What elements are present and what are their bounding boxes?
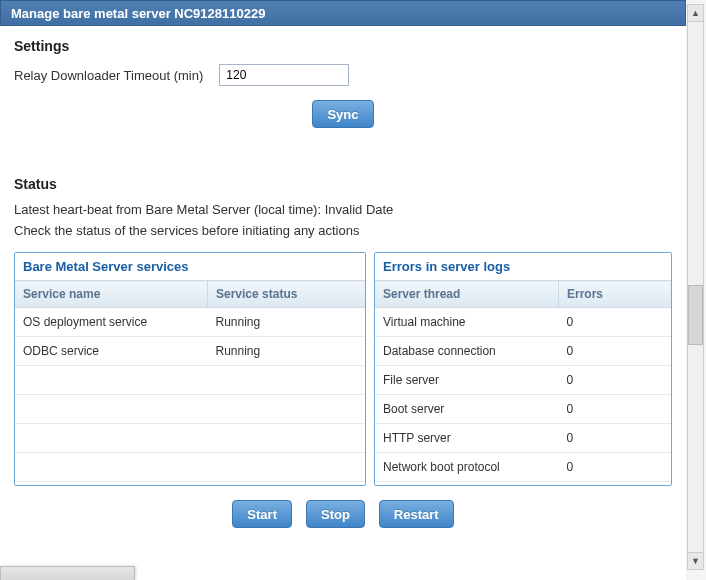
- stop-button[interactable]: Stop: [306, 500, 365, 528]
- table-row: OS deployment service Running: [15, 308, 365, 337]
- status-hint: Check the status of the services before …: [14, 223, 672, 238]
- services-col-name: Service name: [15, 281, 208, 308]
- dialog-body: Settings Relay Downloader Timeout (min) …: [0, 26, 686, 538]
- error-thread: File server: [375, 366, 559, 395]
- error-count: 0: [559, 424, 671, 453]
- error-thread: Boot server: [375, 395, 559, 424]
- service-name: ODBC service: [15, 337, 208, 366]
- table-row: HTTP server 0: [375, 424, 671, 453]
- service-name: OS deployment service: [15, 308, 208, 337]
- minimized-tab[interactable]: [0, 566, 135, 580]
- error-thread: HTTP server: [375, 424, 559, 453]
- timeout-input[interactable]: [219, 64, 349, 86]
- table-row: [15, 366, 365, 395]
- error-thread: Network boot protocol: [375, 453, 559, 482]
- table-row: File server 0: [375, 366, 671, 395]
- error-count: 0: [559, 395, 671, 424]
- table-row: Virtual machine 0: [375, 308, 671, 337]
- error-count: 0: [559, 366, 671, 395]
- service-status: Running: [208, 308, 366, 337]
- heartbeat-value: Invalid Date: [325, 202, 394, 217]
- dialog-titlebar: Manage bare metal server NC9128110229: [0, 0, 686, 26]
- service-status: Running: [208, 337, 366, 366]
- status-heading: Status: [14, 176, 672, 192]
- start-button[interactable]: Start: [232, 500, 292, 528]
- scroll-thumb[interactable]: [688, 285, 703, 345]
- table-row: Boot server 0: [375, 395, 671, 424]
- sync-button[interactable]: Sync: [312, 100, 373, 128]
- errors-table: Server thread Errors Virtual machine 0 D…: [375, 280, 671, 482]
- scroll-down-button[interactable]: ▼: [688, 552, 703, 569]
- error-count: 0: [559, 337, 671, 366]
- settings-heading: Settings: [14, 38, 672, 54]
- services-panel: Bare Metal Server services Service name …: [14, 252, 366, 486]
- services-panel-title: Bare Metal Server services: [15, 253, 365, 280]
- errors-panel-title: Errors in server logs: [375, 253, 671, 280]
- timeout-label: Relay Downloader Timeout (min): [14, 68, 203, 83]
- restart-button[interactable]: Restart: [379, 500, 454, 528]
- table-row: Database connection 0: [375, 337, 671, 366]
- heartbeat-label: Latest heart-beat from Bare Metal Server…: [14, 202, 325, 217]
- error-thread: Database connection: [375, 337, 559, 366]
- table-row: [15, 453, 365, 482]
- table-row: [15, 395, 365, 424]
- heartbeat-line: Latest heart-beat from Bare Metal Server…: [14, 202, 672, 217]
- error-count: 0: [559, 308, 671, 337]
- services-table: Service name Service status OS deploymen…: [15, 280, 365, 482]
- errors-col-thread: Server thread: [375, 281, 559, 308]
- errors-panel: Errors in server logs Server thread Erro…: [374, 252, 672, 486]
- timeout-row: Relay Downloader Timeout (min): [14, 64, 672, 86]
- table-row: ODBC service Running: [15, 337, 365, 366]
- table-row: [15, 424, 365, 453]
- errors-col-errors: Errors: [559, 281, 671, 308]
- action-buttons: Start Stop Restart: [14, 500, 672, 528]
- services-col-status: Service status: [208, 281, 366, 308]
- error-thread: Virtual machine: [375, 308, 559, 337]
- table-row: Network boot protocol 0: [375, 453, 671, 482]
- dialog-title: Manage bare metal server NC9128110229: [11, 6, 265, 21]
- vertical-scrollbar[interactable]: ▲ ▼: [687, 4, 704, 570]
- error-count: 0: [559, 453, 671, 482]
- scroll-up-button[interactable]: ▲: [688, 5, 703, 22]
